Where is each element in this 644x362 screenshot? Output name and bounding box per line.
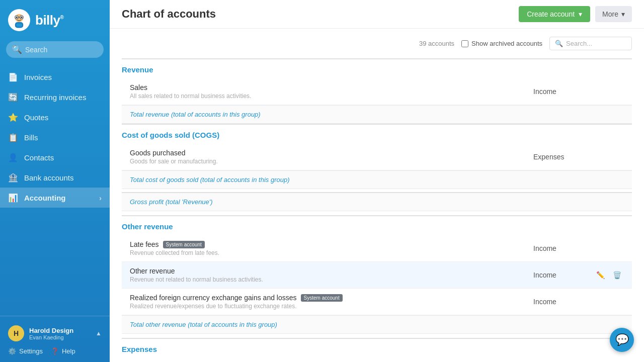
content-area: 39 accounts Show archived accounts 🔍 Rev… bbox=[110, 29, 644, 362]
table-row[interactable]: Late fees System account Revenue collect… bbox=[122, 235, 632, 262]
section-title: Cost of goods sold (COGS) bbox=[122, 131, 219, 139]
create-account-button[interactable]: Create account ▾ bbox=[519, 6, 590, 22]
top-bar: Chart of accounts Create account ▾ More … bbox=[110, 0, 644, 29]
subtotal-text: Total revenue (total of accounts in this… bbox=[130, 111, 261, 118]
sidebar-item-quotes[interactable]: ⭐ Quotes bbox=[0, 107, 110, 127]
subtotal-row: Total cost of goods sold (total of accou… bbox=[122, 170, 632, 189]
account-desc: Revenue collected from late fees. bbox=[130, 249, 533, 256]
accounts-table: Revenue Sales All sales related to norma… bbox=[122, 58, 632, 362]
main-content: Chart of accounts Create account ▾ More … bbox=[110, 0, 644, 362]
sidebar-item-label: Bank accounts bbox=[24, 173, 73, 182]
account-name: Sales bbox=[130, 83, 533, 92]
logo-text: billy® bbox=[35, 13, 63, 28]
chat-widget-button[interactable]: 💬 bbox=[610, 328, 634, 352]
section-cogs: Cost of goods sold (COGS) bbox=[122, 124, 632, 144]
delete-button[interactable]: 🗑️ bbox=[610, 269, 624, 281]
top-bar-actions: Create account ▾ More ▾ bbox=[519, 6, 632, 22]
svg-point-4 bbox=[16, 17, 17, 18]
more-button[interactable]: More ▾ bbox=[595, 6, 632, 22]
settings-label: Settings bbox=[19, 347, 43, 355]
account-name: Other revenue bbox=[130, 267, 533, 275]
sidebar-search-input[interactable] bbox=[25, 46, 98, 54]
table-row[interactable]: Goods purchased Goods for sale or manufa… bbox=[122, 144, 632, 170]
account-type: Income bbox=[533, 87, 594, 96]
contacts-icon: 👤 bbox=[8, 152, 18, 162]
sidebar-item-accounting[interactable]: 📊 Accounting › bbox=[0, 188, 110, 208]
more-label: More bbox=[602, 10, 618, 18]
show-archived-text: Show archived accounts bbox=[471, 40, 542, 47]
sidebar-item-invoices[interactable]: 📄 Invoices bbox=[0, 67, 110, 87]
table-row[interactable]: Advertising and marketing Expenses bbox=[122, 358, 632, 362]
show-archived-checkbox[interactable] bbox=[461, 40, 468, 47]
account-name: Late fees System account bbox=[130, 240, 533, 248]
subtotal-text: Total cost of goods sold (total of accou… bbox=[130, 176, 289, 184]
chevron-down-icon: ▾ bbox=[579, 10, 582, 18]
edit-button[interactable]: ✏️ bbox=[594, 269, 607, 281]
user-info[interactable]: H Harold Design Evan Kaeding ▲ bbox=[0, 321, 110, 345]
accounts-toolbar: 39 accounts Show archived accounts 🔍 bbox=[122, 37, 632, 50]
chevron-right-icon: › bbox=[99, 194, 102, 202]
help-icon: ❓ bbox=[51, 347, 59, 355]
bank-icon: 🏦 bbox=[8, 172, 18, 183]
accounts-count: 39 accounts bbox=[419, 40, 454, 47]
footer-links: ⚙️ Settings ❓ Help bbox=[0, 345, 110, 357]
section-title: Revenue bbox=[122, 65, 153, 74]
sidebar-item-label: Recurring invoices bbox=[24, 93, 86, 102]
account-type: Income bbox=[533, 271, 594, 279]
sidebar-item-contacts[interactable]: 👤 Contacts bbox=[0, 147, 110, 167]
user-company: Evan Kaeding bbox=[29, 334, 91, 340]
chevron-up-icon: ▲ bbox=[96, 330, 102, 337]
account-info: Realized foreign currency exchange gains… bbox=[130, 294, 533, 310]
section-revenue: Revenue bbox=[122, 58, 632, 78]
settings-icon: ⚙️ bbox=[8, 347, 16, 355]
quotes-icon: ⭐ bbox=[8, 112, 18, 122]
sidebar-item-label: Quotes bbox=[24, 113, 48, 122]
section-expenses: Expenses bbox=[122, 338, 632, 358]
subtotal-row: Total revenue (total of accounts in this… bbox=[122, 105, 632, 124]
gross-profit-text: Gross profit (total 'Revenue') bbox=[130, 198, 213, 206]
sidebar-item-recurring-invoices[interactable]: 🔄 Recurring invoices bbox=[0, 87, 110, 107]
table-row[interactable]: Sales All sales related to normal busine… bbox=[122, 78, 632, 105]
svg-rect-8 bbox=[16, 24, 22, 27]
sidebar: billy® 🔍 📄 Invoices 🔄 Recurring invoices… bbox=[0, 0, 110, 362]
search-icon: 🔍 bbox=[555, 40, 563, 47]
search-input[interactable] bbox=[566, 40, 626, 47]
search-box[interactable]: 🔍 bbox=[549, 37, 632, 50]
chevron-down-icon: ▾ bbox=[621, 10, 625, 18]
logo-area: billy® bbox=[0, 0, 110, 38]
sidebar-search-box[interactable]: 🔍 bbox=[6, 41, 104, 58]
sidebar-item-bank-accounts[interactable]: 🏦 Bank accounts bbox=[0, 167, 110, 188]
account-desc: Realized revenue/expenses due to fluctua… bbox=[130, 303, 533, 310]
bills-icon: 📋 bbox=[8, 132, 18, 142]
chat-icon: 💬 bbox=[615, 333, 629, 346]
table-row[interactable]: Other revenue Revenue not related to nor… bbox=[122, 262, 632, 289]
subtotal-row: Total other revenue (total of accounts i… bbox=[122, 315, 632, 334]
subtotal-text: Total other revenue (total of accounts i… bbox=[130, 321, 277, 328]
account-info: Sales All sales related to normal busine… bbox=[130, 83, 533, 100]
account-desc: Revenue not related to normal business a… bbox=[130, 276, 533, 283]
search-icon: 🔍 bbox=[12, 45, 22, 54]
account-info: Goods purchased Goods for sale or manufa… bbox=[130, 149, 533, 165]
system-account-badge: System account bbox=[301, 294, 343, 302]
page-title: Chart of accounts bbox=[122, 8, 216, 21]
account-info: Late fees System account Revenue collect… bbox=[130, 240, 533, 256]
account-actions: ✏️ 🗑️ bbox=[594, 269, 624, 281]
svg-point-5 bbox=[21, 17, 22, 18]
logo-avatar bbox=[8, 9, 30, 31]
account-type: Income bbox=[533, 244, 594, 252]
sidebar-footer: H Harold Design Evan Kaeding ▲ ⚙️ Settin… bbox=[0, 316, 110, 362]
account-desc: All sales related to normal business act… bbox=[130, 93, 533, 100]
account-desc: Goods for sale or manufacturing. bbox=[130, 158, 533, 165]
gross-profit-row: Gross profit (total 'Revenue') bbox=[122, 192, 632, 211]
recurring-icon: 🔄 bbox=[8, 92, 18, 102]
help-link[interactable]: ❓ Help bbox=[51, 347, 75, 355]
account-name: Goods purchased bbox=[130, 149, 533, 157]
sidebar-item-bills[interactable]: 📋 Bills bbox=[0, 127, 110, 147]
user-name: Harold Design bbox=[29, 327, 91, 334]
table-row[interactable]: Realized foreign currency exchange gains… bbox=[122, 289, 632, 315]
settings-link[interactable]: ⚙️ Settings bbox=[8, 347, 43, 355]
sidebar-item-label: Accounting bbox=[24, 194, 66, 202]
section-other-revenue: Other revenue bbox=[122, 215, 632, 235]
account-info: Other revenue Revenue not related to nor… bbox=[130, 267, 533, 283]
show-archived-label[interactable]: Show archived accounts bbox=[461, 40, 542, 47]
